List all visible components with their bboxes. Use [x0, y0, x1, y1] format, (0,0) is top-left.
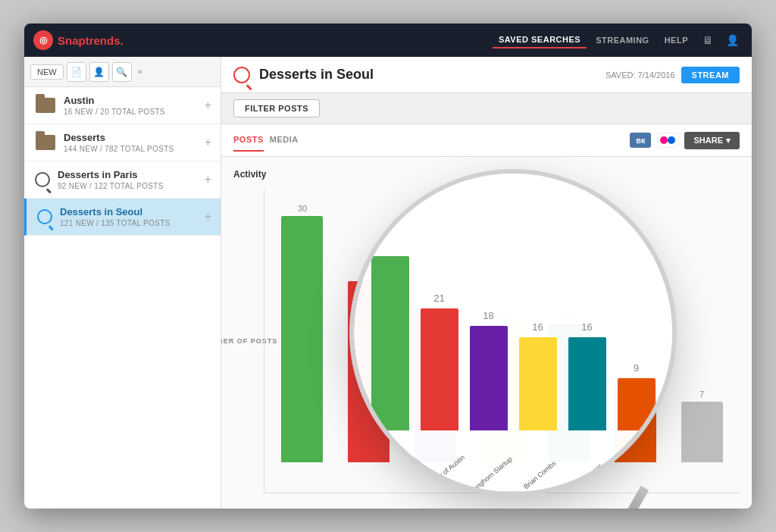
bar-value: 30: [298, 204, 307, 213]
chart-inner: 30 21 18 16 16 9 7: [264, 189, 740, 493]
folder-icon: [35, 97, 56, 114]
bar-group-2: 18: [405, 204, 466, 462]
item-meta: 144 NEW / 782 TOTAL POSTS: [64, 145, 210, 153]
add-icon[interactable]: +: [205, 173, 211, 186]
person-button[interactable]: 👤: [89, 62, 109, 82]
add-icon[interactable]: +: [205, 136, 211, 149]
filter-posts-button[interactable]: FILTER POSTS: [233, 99, 320, 117]
item-name: Desserts in Paris: [58, 169, 210, 180]
svg-point-0: [660, 136, 668, 144]
nav-link-help[interactable]: Help: [659, 33, 694, 48]
add-icon[interactable]: +: [205, 210, 211, 224]
bar: [348, 281, 390, 462]
folder-icon: [35, 134, 56, 151]
panel-header: Desserts in Seoul SAVED: 7/14/2016 STREA…: [221, 57, 752, 93]
chart-container: NUMBER OF POSTS 30 21 18 16 16 9 7: [233, 189, 740, 493]
bar-value: 21: [365, 269, 374, 278]
sidebar-items: Austin 16 NEW / 20 TOTAL POSTS + Dessert…: [24, 87, 221, 236]
search-icon: [35, 172, 50, 187]
bar-value: 7: [699, 390, 704, 399]
sidebar-toolbar: NEW 📄 👤 🔍 «: [24, 57, 221, 87]
nav-link-streaming[interactable]: Streaming: [590, 33, 656, 48]
item-info: Austin 16 NEW / 20 TOTAL POSTS: [64, 95, 210, 116]
share-button[interactable]: SHARE ▾: [684, 132, 740, 149]
bar: [281, 216, 323, 462]
logo-area: ◎ Snaptrends.: [33, 30, 124, 50]
main-panel: Desserts in Seoul SAVED: 7/14/2016 STREA…: [221, 57, 752, 509]
browser-window: ◎ Snaptrends. Saved Searches Streaming H…: [24, 23, 752, 509]
bar-value: 9: [633, 373, 637, 382]
bar-group-5: 9: [605, 204, 665, 462]
logo-icon: ◎: [33, 30, 53, 50]
document-button[interactable]: 📄: [67, 62, 86, 82]
bar-group-1: 21: [339, 204, 399, 462]
panel-header-right: SAVED: 7/14/2016 STREAM: [605, 67, 740, 83]
item-meta: 92 NEW / 122 TOTAL POSTS: [58, 182, 210, 190]
bar: [615, 385, 656, 462]
bar-group-0: 30: [272, 204, 333, 462]
saved-date: SAVED: 7/14/2016: [605, 70, 675, 80]
item-meta: 121 NEW / 135 TOTAL POSTS: [60, 219, 210, 227]
bar-group-3: 16: [472, 204, 533, 462]
collapse-button[interactable]: «: [135, 67, 146, 76]
add-icon[interactable]: +: [205, 99, 211, 112]
item-info: Desserts in Seoul 121 NEW / 135 TOTAL PO…: [60, 206, 210, 227]
vk-icon[interactable]: вк: [630, 133, 651, 148]
item-info: Desserts in Paris 92 NEW / 122 TOTAL POS…: [58, 169, 210, 190]
tab-posts[interactable]: POSTS: [233, 129, 264, 152]
activity-label: Activity: [233, 169, 740, 180]
item-meta: 16 NEW / 20 TOTAL POSTS: [64, 108, 210, 116]
social-bar: POSTS MEDIA вк SHARE ▾: [221, 124, 752, 157]
nav-links: Saved Searches Streaming Help 🖥 👤: [493, 30, 743, 51]
bar: [548, 324, 590, 462]
item-name: Desserts in Seoul: [60, 206, 210, 217]
item-name: Austin: [64, 95, 210, 106]
bar-group-4: 16: [538, 204, 599, 462]
top-nav: ◎ Snaptrends. Saved Searches Streaming H…: [24, 23, 752, 57]
tab-media[interactable]: MEDIA: [270, 129, 299, 152]
bar: [415, 307, 456, 462]
stream-button[interactable]: STREAM: [681, 67, 740, 83]
bar: [481, 324, 523, 462]
bar: [681, 402, 723, 462]
sidebar-item-desserts[interactable]: Desserts 144 NEW / 782 TOTAL POSTS +: [24, 124, 221, 161]
sidebar: NEW 📄 👤 🔍 « Austin 16 NEW / 20 TOTAL POS…: [24, 57, 221, 509]
sidebar-item-desserts-in-seoul[interactable]: Desserts in Seoul 121 NEW / 135 TOTAL PO…: [24, 199, 221, 236]
filter-bar: FILTER POSTS: [221, 93, 752, 124]
new-button[interactable]: NEW: [30, 64, 64, 80]
panel-search-icon: [233, 67, 250, 83]
logo-text: Snaptrends.: [58, 34, 124, 47]
sidebar-item-desserts-in-paris[interactable]: Desserts in Paris 92 NEW / 122 TOTAL POS…: [24, 161, 221, 199]
bar-value: 18: [431, 295, 440, 304]
search-icon: [37, 209, 52, 224]
sidebar-item-austin[interactable]: Austin 16 NEW / 20 TOTAL POSTS +: [24, 87, 221, 124]
monitor-icon[interactable]: 🖥: [697, 30, 718, 51]
main-content: NEW 📄 👤 🔍 « Austin 16 NEW / 20 TOTAL POS…: [24, 57, 752, 509]
chart-area: Activity NUMBER OF POSTS 30 21 18 16 16 …: [221, 157, 752, 509]
svg-point-1: [668, 136, 675, 144]
bar-group-6: 7: [671, 204, 732, 462]
refresh-button[interactable]: 🔍: [112, 62, 132, 82]
nav-link-saved-searches[interactable]: Saved Searches: [493, 32, 587, 49]
item-info: Desserts 144 NEW / 782 TOTAL POSTS: [64, 132, 210, 153]
user-icon[interactable]: 👤: [721, 30, 743, 51]
bar-value: 16: [497, 312, 506, 321]
bar-value: 16: [564, 312, 573, 321]
panel-title: Desserts in Seoul: [259, 67, 374, 83]
item-name: Desserts: [64, 132, 210, 143]
flickr-icon[interactable]: [657, 133, 678, 148]
